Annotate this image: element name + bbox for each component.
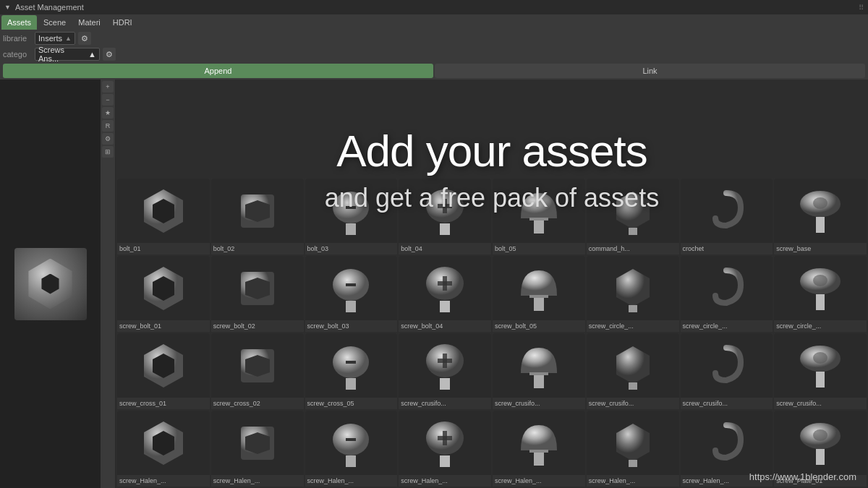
asset-item[interactable]: crochet (681, 179, 773, 254)
asset-thumbnail (587, 179, 679, 243)
link-button[interactable]: Link (435, 64, 865, 78)
asset-thumbnail (774, 333, 867, 398)
asset-label: screw_Plate_01 (774, 475, 867, 487)
asset-item[interactable]: screw_Halen_... (305, 411, 398, 487)
asset-item[interactable]: screw_crusifo... (399, 333, 491, 409)
asset-label: screw_crusifo... (493, 398, 585, 409)
main-content: + − ★ R ⚙ ⊞ Add your assets and get a fr… (0, 80, 868, 488)
drag-handle[interactable]: ⠿ (859, 4, 864, 12)
asset-item[interactable]: screw_Halen_... (493, 411, 585, 487)
asset-item[interactable]: screw_Halen_... (681, 411, 773, 487)
svg-rect-9 (438, 204, 452, 208)
asset-thumbnail (493, 411, 585, 475)
svg-rect-60 (346, 455, 356, 467)
svg-rect-71 (816, 449, 825, 465)
svg-rect-42 (346, 378, 356, 390)
asset-thumbnail (211, 411, 304, 475)
svg-rect-30 (534, 298, 544, 311)
collapse-triangle[interactable]: ▼ (4, 4, 11, 11)
asset-label: screw_base (774, 243, 867, 254)
asset-item[interactable]: screw_bolt_02 (211, 256, 304, 332)
asset-item[interactable]: screw_crusifo... (774, 333, 867, 409)
asset-item[interactable]: screw_bolt_01 (117, 256, 210, 332)
asset-item[interactable]: command_h... (587, 179, 679, 254)
preview-area (0, 80, 101, 488)
tab-scene[interactable]: Scene (38, 15, 72, 30)
asset-item[interactable]: screw_crusifo... (493, 333, 585, 409)
tab-materials[interactable]: Materi (72, 15, 106, 30)
svg-rect-23 (346, 283, 356, 286)
svg-rect-66 (534, 453, 544, 466)
asset-item[interactable]: screw_bolt_03 (305, 256, 398, 332)
svg-rect-28 (440, 301, 450, 312)
tab-assets[interactable]: Assets (1, 15, 37, 30)
asset-item[interactable]: screw_Halen_... (399, 411, 491, 487)
star-button[interactable]: ★ (102, 107, 114, 119)
asset-item[interactable]: screw_bolt_05 (493, 256, 585, 332)
svg-rect-53 (816, 372, 825, 388)
asset-item[interactable]: bolt_03 (305, 179, 398, 254)
svg-marker-31 (616, 269, 650, 307)
asset-item[interactable]: screw_Halen_... (117, 411, 210, 487)
tab-hdri[interactable]: HDRI (107, 15, 138, 30)
asset-thumbnail (681, 333, 773, 398)
right-panel: Add your assets and get a free pack of a… (116, 80, 868, 488)
asset-thumbnail (681, 179, 773, 243)
svg-rect-63 (438, 436, 452, 440)
asset-item[interactable]: screw_circle_... (681, 256, 773, 332)
asset-item[interactable]: screw_bolt_04 (399, 256, 491, 332)
svg-marker-13 (616, 192, 650, 229)
asset-thumbnail (681, 256, 773, 320)
svg-rect-11 (529, 218, 548, 221)
tools-strip: + − ★ R ⚙ ⊞ (101, 80, 115, 488)
asset-item[interactable]: screw_circle_... (774, 256, 867, 332)
asset-item[interactable]: screw_circle_... (587, 256, 679, 332)
asset-item[interactable]: bolt_05 (493, 179, 585, 254)
append-button[interactable]: Append (3, 64, 433, 78)
grid-button[interactable]: ⊞ (102, 146, 114, 158)
asset-item[interactable]: screw_cross_02 (211, 333, 304, 409)
library-settings-icon[interactable]: ⚙ (78, 32, 91, 45)
asset-item[interactable]: screw_Halen_... (211, 411, 304, 487)
asset-item[interactable]: screw_base (774, 179, 867, 254)
asset-label: screw_bolt_02 (211, 320, 304, 332)
r-button[interactable]: R (102, 120, 114, 132)
category-settings-icon[interactable]: ⚙ (103, 48, 116, 61)
svg-rect-59 (346, 438, 356, 441)
asset-item[interactable]: screw_Halen_... (587, 411, 679, 487)
asset-item[interactable]: screw_Plate_01 (774, 411, 867, 487)
asset-thumbnail (493, 333, 585, 398)
category-bar: catego Screws Ans... ▲ ⚙ (0, 46, 868, 62)
svg-point-52 (813, 352, 827, 364)
svg-point-70 (813, 429, 827, 441)
asset-thumbnail (399, 333, 491, 398)
asset-label: screw_cross_02 (211, 398, 304, 409)
asset-label: screw_cross_05 (305, 398, 398, 409)
title-bar: ▼ Asset Management ⠿ (0, 0, 868, 14)
asset-item[interactable]: screw_cross_05 (305, 333, 398, 409)
svg-rect-17 (816, 217, 825, 233)
library-select[interactable]: Inserts ▲ (35, 32, 75, 45)
action-bar: Append Link (0, 62, 868, 80)
asset-thumbnail (774, 179, 867, 243)
asset-item[interactable]: bolt_01 (117, 179, 210, 254)
asset-item[interactable]: screw_cross_01 (117, 333, 210, 409)
asset-label: bolt_01 (117, 243, 210, 254)
asset-item[interactable]: screw_crusifo... (681, 333, 773, 409)
category-select[interactable]: Screws Ans... ▲ (35, 48, 100, 61)
zoom-plus-button[interactable]: + (102, 81, 114, 93)
svg-rect-50 (629, 382, 637, 390)
asset-grid: bolt_01 bolt_02 bolt_03 bolt_04 (116, 80, 868, 488)
asset-thumbnail (399, 256, 491, 320)
svg-rect-48 (534, 375, 544, 388)
zoom-minus-button[interactable]: − (102, 94, 114, 106)
svg-rect-12 (534, 221, 544, 234)
asset-label: screw_Halen_... (399, 475, 491, 487)
asset-thumbnail (587, 333, 679, 398)
asset-item[interactable]: bolt_02 (211, 179, 304, 254)
asset-label: crochet (681, 243, 773, 254)
settings-button[interactable]: ⚙ (102, 133, 114, 145)
asset-item[interactable]: bolt_04 (399, 179, 491, 254)
svg-rect-24 (346, 301, 356, 312)
asset-item[interactable]: screw_crusifo... (587, 333, 679, 409)
